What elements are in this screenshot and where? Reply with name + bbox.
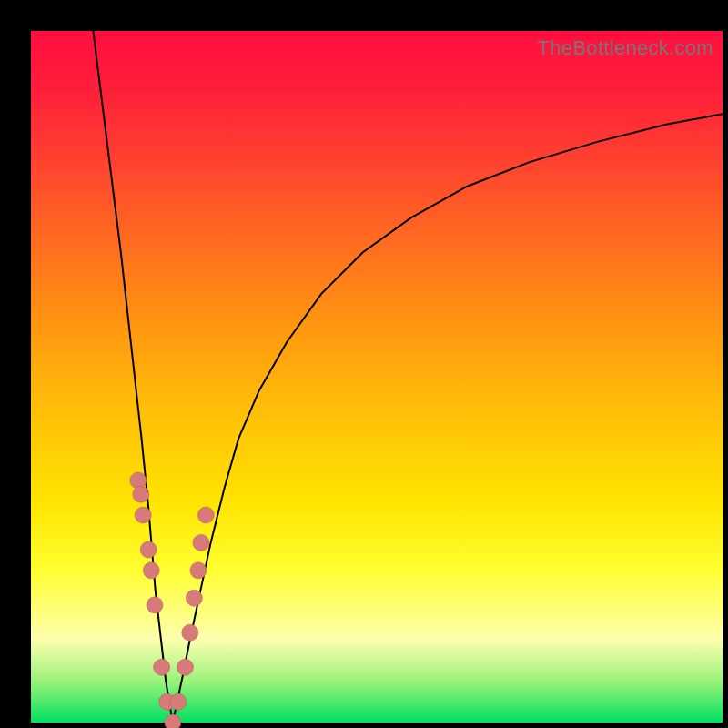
sample-point	[130, 472, 147, 489]
sample-point	[190, 562, 207, 579]
sample-point	[143, 562, 159, 579]
curve-left-branch	[93, 31, 172, 723]
curve-right-branch	[173, 114, 723, 723]
sample-point	[133, 486, 149, 502]
sample-point	[135, 507, 151, 523]
sample-markers	[130, 472, 214, 728]
sample-point	[165, 714, 181, 728]
curve-layer	[31, 31, 723, 723]
sample-point	[147, 597, 163, 613]
chart-frame: TheBottleneck.com	[0, 0, 728, 728]
sample-point	[140, 541, 157, 558]
sample-point	[186, 590, 202, 606]
sample-point	[197, 507, 214, 523]
sample-point	[177, 659, 193, 675]
plot-area: TheBottleneck.com	[31, 31, 723, 723]
sample-point	[182, 624, 198, 641]
sample-point	[193, 534, 209, 551]
sample-point	[170, 693, 187, 710]
sample-point	[154, 659, 170, 675]
